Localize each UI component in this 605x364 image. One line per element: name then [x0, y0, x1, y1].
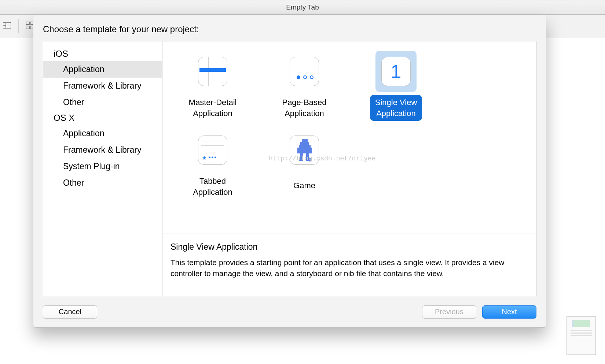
- sheet-heading: Choose a template for your new project:: [33, 15, 546, 41]
- category-sidebar: iOS Application Framework & Library Othe…: [43, 41, 162, 296]
- sidebar-item-osx-other[interactable]: Other: [43, 175, 162, 191]
- template-label: Game: [288, 174, 320, 197]
- sidebar-item-osx-application[interactable]: Application: [43, 125, 162, 142]
- template-icon-wrap: ★•••: [192, 130, 233, 171]
- description-body: This template provides a starting point …: [170, 257, 528, 279]
- template-page-based[interactable]: Page-BasedApplication: [262, 51, 346, 121]
- svg-rect-14: [306, 153, 309, 158]
- right-panel: Master-DetailApplication Page-BasedAppli…: [162, 41, 536, 296]
- template-label: TabbedApplication: [188, 174, 238, 200]
- svg-rect-3: [26, 22, 29, 25]
- template-panel: iOS Application Framework & Library Othe…: [43, 41, 536, 296]
- svg-rect-11: [308, 148, 312, 153]
- new-project-sheet: Choose a template for your new project: …: [33, 15, 546, 328]
- template-icon-wrap: [284, 130, 325, 171]
- master-detail-icon: [198, 57, 227, 86]
- window-title: Empty Tab: [286, 3, 319, 11]
- template-icon-wrap: [192, 51, 233, 92]
- sidebar-item-ios-framework[interactable]: Framework & Library: [43, 78, 162, 94]
- svg-rect-7: [302, 139, 308, 142]
- category-header-osx: OS X: [43, 111, 162, 125]
- svg-rect-12: [302, 148, 308, 153]
- template-master-detail[interactable]: Master-DetailApplication: [170, 51, 255, 121]
- svg-rect-8: [300, 142, 309, 145]
- template-icon-wrap: [284, 51, 325, 92]
- category-header-ios: iOS: [43, 47, 162, 61]
- panel-icon: [3, 22, 11, 31]
- template-description: Single View Application This template pr…: [162, 234, 536, 296]
- template-label: Single ViewApplication: [370, 95, 422, 121]
- template-tabbed[interactable]: ★••• TabbedApplication: [170, 130, 255, 200]
- svg-rect-10: [297, 148, 302, 153]
- single-view-icon: 1: [381, 57, 411, 86]
- page-based-icon: [290, 57, 319, 86]
- svg-rect-15: [299, 158, 303, 161]
- dialog-footer: Cancel Previous Next: [33, 296, 546, 327]
- svg-rect-13: [300, 153, 303, 158]
- game-icon: [290, 135, 319, 165]
- sidebar-item-ios-application[interactable]: Application: [43, 61, 162, 78]
- template-label: Master-DetailApplication: [184, 95, 242, 121]
- tabbed-icon: ★•••: [198, 135, 227, 165]
- previous-button[interactable]: Previous: [422, 305, 476, 319]
- template-single-view[interactable]: 1 Single ViewApplication: [354, 51, 438, 121]
- template-label: Page-BasedApplication: [277, 95, 331, 121]
- title-bar: Empty Tab: [0, 0, 605, 15]
- svg-rect-16: [306, 158, 311, 161]
- template-icon-wrap: 1: [375, 51, 417, 92]
- cancel-button[interactable]: Cancel: [43, 305, 97, 319]
- template-game[interactable]: Game: [262, 130, 346, 200]
- sidebar-item-ios-other[interactable]: Other: [43, 94, 162, 111]
- svg-rect-5: [26, 26, 29, 29]
- sidebar-item-osx-system-plugin[interactable]: System Plug-in: [43, 158, 162, 175]
- background-thumbnail: [566, 316, 596, 355]
- next-button[interactable]: Next: [482, 305, 536, 319]
- svg-rect-9: [299, 145, 311, 148]
- divider: [18, 19, 19, 33]
- templates-grid: Master-DetailApplication Page-BasedAppli…: [162, 41, 536, 234]
- sidebar-item-osx-framework[interactable]: Framework & Library: [43, 142, 162, 158]
- description-title: Single View Application: [170, 242, 528, 252]
